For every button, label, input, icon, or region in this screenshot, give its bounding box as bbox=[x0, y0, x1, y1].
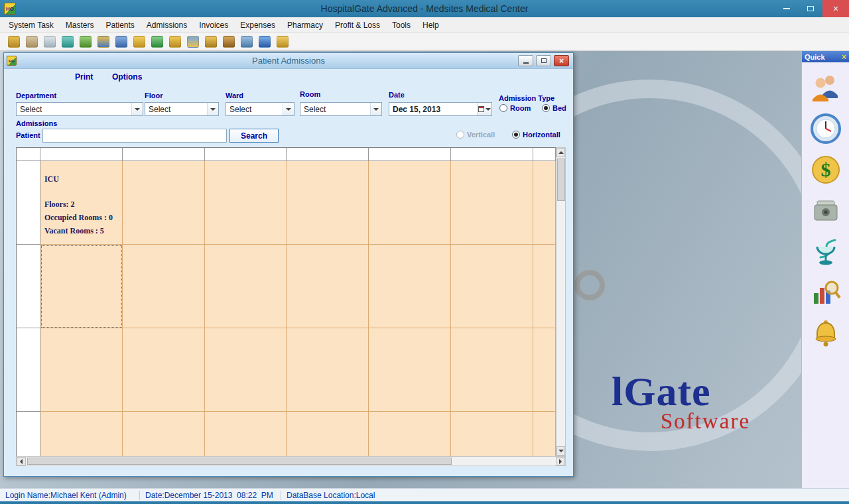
help-icon[interactable] bbox=[259, 36, 271, 48]
grid-cell[interactable] bbox=[205, 245, 287, 328]
grid-cell[interactable] bbox=[533, 412, 556, 456]
date-picker[interactable]: Dec 15, 2013 bbox=[389, 102, 492, 116]
selected-cell[interactable] bbox=[40, 245, 123, 328]
scroll-down-button[interactable] bbox=[556, 446, 565, 456]
grid-cell[interactable] bbox=[369, 328, 451, 412]
horizontal-scrollbar[interactable] bbox=[16, 456, 566, 466]
menu-tools[interactable]: Tools bbox=[386, 17, 417, 33]
admission-type-room-option[interactable]: Room bbox=[499, 104, 531, 112]
admission-type-bed-option[interactable]: Bed bbox=[542, 104, 566, 112]
arrow-left-icon bbox=[20, 459, 23, 464]
flag-icon[interactable] bbox=[169, 36, 181, 48]
menu-expenses[interactable]: Expenses bbox=[234, 17, 281, 33]
menu-invoices[interactable]: Invoices bbox=[193, 17, 234, 33]
pharmacy-icon[interactable] bbox=[810, 236, 842, 268]
patients-icon[interactable] bbox=[26, 36, 38, 48]
patient-admissions-titlebar[interactable]: HG Patient Admissions × bbox=[4, 53, 573, 69]
grid-cell[interactable] bbox=[533, 328, 556, 412]
options-menu-item[interactable]: Options bbox=[112, 72, 142, 82]
injection-icon[interactable] bbox=[44, 36, 56, 48]
child-minimize-button[interactable] bbox=[518, 55, 533, 66]
report-search-icon[interactable] bbox=[810, 277, 842, 309]
briefcase-icon[interactable] bbox=[223, 36, 235, 48]
grid-cell[interactable] bbox=[40, 328, 123, 412]
floor-select-arrow[interactable] bbox=[207, 103, 218, 115]
hospital-icon[interactable] bbox=[8, 36, 20, 48]
basket-icon[interactable] bbox=[205, 36, 217, 48]
chart-icon[interactable] bbox=[80, 36, 92, 48]
grid-cell[interactable] bbox=[369, 412, 451, 456]
grid-cell[interactable] bbox=[451, 412, 533, 456]
grid-cell[interactable] bbox=[123, 328, 205, 412]
horizontal-scroll-thumb[interactable] bbox=[27, 458, 452, 465]
dollar-icon[interactable]: $ bbox=[810, 154, 842, 186]
grid-cell[interactable] bbox=[287, 161, 369, 245]
grid-cell[interactable] bbox=[287, 412, 369, 456]
shift-clock-icon[interactable] bbox=[98, 36, 109, 48]
close-button[interactable]: × bbox=[822, 0, 849, 17]
menu-system-task[interactable]: System Task bbox=[3, 17, 60, 33]
menu-admissions[interactable]: Admissions bbox=[141, 17, 193, 33]
floor-select[interactable]: Select bbox=[145, 102, 219, 116]
settings-icon[interactable] bbox=[241, 36, 253, 48]
scroll-up-button[interactable] bbox=[556, 148, 565, 157]
grid-cell[interactable] bbox=[533, 245, 556, 328]
vertical-scroll-thumb[interactable] bbox=[557, 158, 565, 201]
backup-device-icon[interactable] bbox=[810, 195, 842, 227]
department-select-arrow[interactable] bbox=[131, 103, 143, 115]
menu-pharmacy[interactable]: Pharmacy bbox=[281, 17, 329, 33]
date-picker-button[interactable] bbox=[477, 103, 491, 115]
child-maximize-button[interactable] bbox=[536, 55, 551, 66]
grid-cell[interactable] bbox=[123, 245, 205, 328]
quick-panel-header[interactable]: Quick × bbox=[802, 51, 849, 62]
clock-icon[interactable] bbox=[810, 113, 842, 145]
bed-radio[interactable] bbox=[542, 104, 550, 112]
grid-cell[interactable] bbox=[287, 245, 369, 328]
lab-icon[interactable] bbox=[62, 36, 74, 48]
grid-cell[interactable] bbox=[369, 161, 451, 245]
cash-icon[interactable] bbox=[133, 36, 145, 48]
menu-profit-loss[interactable]: Profit & Loss bbox=[329, 17, 386, 33]
grid-cell[interactable] bbox=[451, 161, 533, 245]
grid-cell[interactable] bbox=[205, 161, 287, 245]
icu-department-cell[interactable]: ICU Floors: 2 Occupied Rooms : 0 Vacant … bbox=[40, 161, 123, 245]
ward-select[interactable]: Select bbox=[226, 102, 294, 116]
horizontal-option[interactable]: Horizontall bbox=[512, 131, 560, 139]
patient-input[interactable] bbox=[42, 129, 227, 143]
room-radio[interactable] bbox=[499, 104, 507, 112]
grid-cell[interactable] bbox=[40, 412, 123, 456]
dollar-icon[interactable] bbox=[151, 36, 163, 48]
menu-help[interactable]: Help bbox=[417, 17, 445, 33]
grid-cell[interactable] bbox=[205, 328, 287, 412]
scroll-left-button[interactable] bbox=[17, 457, 26, 466]
vertical-scrollbar[interactable] bbox=[556, 147, 566, 456]
grid-cell[interactable] bbox=[533, 161, 556, 245]
search-button[interactable]: Search bbox=[229, 129, 279, 143]
grid-cell[interactable] bbox=[451, 245, 533, 328]
grid-cell[interactable] bbox=[123, 161, 205, 245]
patients-icon[interactable] bbox=[810, 72, 842, 103]
menu-masters[interactable]: Masters bbox=[60, 17, 100, 33]
child-close-button[interactable]: × bbox=[554, 55, 569, 66]
menu-patients[interactable]: Patients bbox=[100, 17, 141, 33]
grid-cell[interactable] bbox=[369, 245, 451, 328]
horizontal-radio[interactable] bbox=[512, 131, 520, 139]
grid-cell[interactable] bbox=[123, 412, 205, 456]
quick-panel-close-icon[interactable]: × bbox=[842, 53, 846, 61]
media-icon[interactable] bbox=[115, 36, 127, 48]
grid-cell[interactable] bbox=[287, 328, 369, 412]
pharmacy-tools-icon[interactable] bbox=[187, 36, 199, 48]
patient-label: Patient bbox=[16, 131, 40, 139]
maximize-button[interactable] bbox=[799, 0, 822, 17]
department-select[interactable]: Select bbox=[16, 102, 143, 116]
print-menu-item[interactable]: Print bbox=[75, 72, 93, 82]
scroll-right-button[interactable] bbox=[556, 457, 565, 466]
grid-cell[interactable] bbox=[205, 412, 287, 456]
room-select[interactable]: Select bbox=[300, 102, 382, 116]
room-select-arrow[interactable] bbox=[370, 103, 381, 115]
ward-select-arrow[interactable] bbox=[283, 103, 294, 115]
minimize-button[interactable] bbox=[775, 0, 799, 17]
staff-icon[interactable] bbox=[277, 36, 289, 48]
grid-cell[interactable] bbox=[451, 328, 533, 412]
bell-icon[interactable] bbox=[810, 318, 842, 350]
